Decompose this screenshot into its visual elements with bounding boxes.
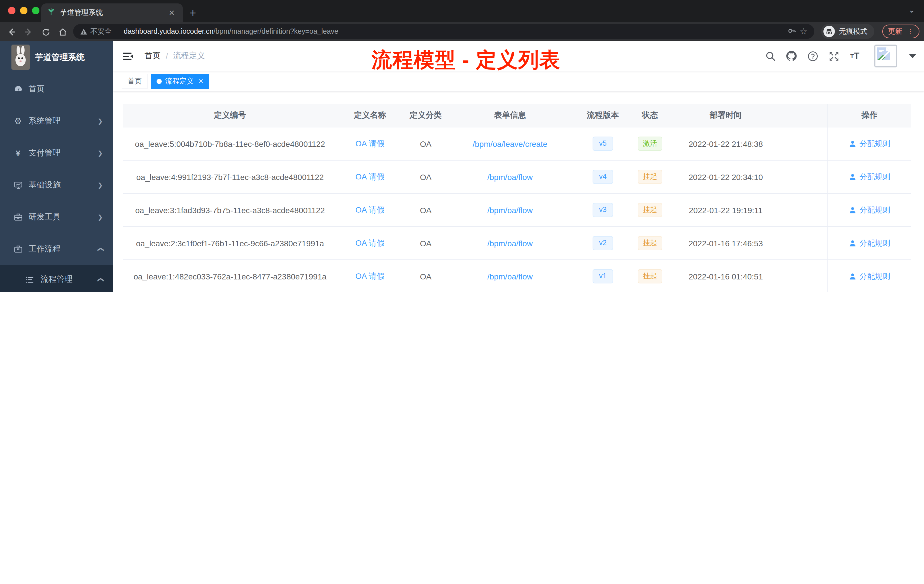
minimize-window-button[interactable] (20, 7, 27, 14)
cell-definition-id: oa_leave:4:991f2193-7b7f-11ec-a3c8-acde4… (123, 160, 337, 193)
chevron-down-icon: ❯ (98, 181, 103, 189)
reload-icon[interactable] (39, 26, 53, 36)
version-tag: v4 (593, 170, 613, 184)
form-link[interactable]: /bpm/oa/flow (487, 272, 533, 281)
header-definition-category: 定义分类 (403, 104, 449, 127)
header-process-version: 流程版本 (571, 104, 634, 127)
version-tag: v2 (593, 236, 613, 250)
table-row: oa_leave:5:004b710b-7b8a-11ec-8ef0-acde4… (123, 127, 911, 160)
assign-rule-button[interactable]: 分配规则 (848, 205, 890, 215)
cell-category: OA (403, 260, 449, 292)
sidebar-item-devtools[interactable]: 研发工具 ❯ (0, 201, 113, 233)
form-link[interactable]: /bpm/oa/flow (487, 239, 533, 248)
cell-deploy-time: 2022-01-22 19:19:11 (666, 194, 786, 226)
list-icon (25, 275, 35, 284)
github-icon[interactable] (785, 50, 798, 62)
browser-toolbar: 不安全 dashboard.yudao.iocoder.cn/bpm/manag… (0, 22, 924, 41)
chevron-up-icon: ❯ (97, 247, 104, 252)
assign-rule-label: 分配规则 (860, 139, 890, 149)
definition-name-link[interactable]: OA 请假 (355, 139, 385, 149)
forward-icon[interactable] (22, 26, 35, 36)
tag-close-icon[interactable]: ✕ (197, 78, 203, 85)
assign-rule-button[interactable]: 分配规则 (848, 139, 890, 149)
definition-name-link[interactable]: OA 请假 (355, 172, 385, 182)
sidebar-item-payment[interactable]: ¥ 支付管理 ❯ (0, 137, 113, 169)
table-row: oa_leave:2:3c1f0ef1-76b1-11ec-9c66-a2380… (123, 227, 911, 260)
cell-definition-id: oa_leave:1:482ec033-762a-11ec-8477-a2380… (123, 260, 337, 292)
cell-category: OA (403, 227, 449, 259)
sprout-favicon-icon (47, 7, 55, 18)
form-link[interactable]: /bpm/oa/leave/create (473, 139, 548, 148)
header-definition-id: 定义编号 (123, 104, 337, 127)
assign-rule-button[interactable]: 分配规则 (848, 271, 890, 281)
form-link[interactable]: /bpm/oa/flow (487, 172, 533, 181)
navbar-actions: TT (764, 45, 916, 68)
user-icon (848, 173, 856, 181)
user-icon (848, 239, 856, 247)
definition-name-link[interactable]: OA 请假 (355, 271, 385, 281)
user-icon (848, 272, 856, 280)
divider (117, 27, 118, 35)
chevron-down-icon: ❯ (98, 117, 103, 125)
tab-close-icon[interactable]: ✕ (166, 8, 177, 17)
assign-rule-label: 分配规则 (860, 271, 890, 281)
back-icon[interactable] (5, 26, 18, 36)
new-tab-button[interactable]: + (190, 7, 196, 22)
table-row: oa_leave:3:1fad3d93-7b75-11ec-a3c8-acde4… (123, 194, 911, 227)
traffic-lights[interactable] (8, 7, 40, 14)
font-size-icon[interactable]: TT (848, 50, 861, 62)
browser-update-button[interactable]: 更新 ⋮ (882, 25, 919, 38)
url-text[interactable]: dashboard.yudao.iocoder.cn/bpm/manager/d… (124, 27, 338, 35)
home-icon[interactable] (56, 26, 70, 36)
update-label: 更新 (888, 26, 902, 36)
sidebar-item-system[interactable]: ⚙ 系统管理 ❯ (0, 105, 113, 137)
definition-name-link[interactable]: OA 请假 (355, 238, 385, 248)
cell-definition-id: oa_leave:3:1fad3d93-7b75-11ec-a3c8-acde4… (123, 194, 337, 226)
user-avatar[interactable] (874, 45, 897, 68)
cell-definition-id: oa_leave:5:004b710b-7b8a-11ec-8ef0-acde4… (123, 127, 337, 160)
assign-rule-label: 分配规则 (860, 172, 890, 182)
close-window-button[interactable] (8, 7, 15, 14)
status-tag: 挂起 (638, 236, 662, 250)
password-key-icon[interactable] (787, 26, 796, 37)
user-icon (848, 140, 856, 148)
sidebar-collapse-icon[interactable] (123, 51, 133, 61)
url-bar[interactable]: 不安全 dashboard.yudao.iocoder.cn/bpm/manag… (73, 24, 814, 39)
browser-tab-strip: 芋道管理系统 ✕ + ⌄ (0, 0, 924, 22)
sidebar-item-home[interactable]: 首页 (0, 73, 113, 105)
tag-process-definition[interactable]: 流程定义 ✕ (151, 73, 209, 89)
monitor-icon (13, 180, 23, 190)
security-chip[interactable]: 不安全 (80, 26, 112, 36)
tag-home[interactable]: 首页 (122, 73, 147, 89)
zoom-window-button[interactable] (32, 7, 40, 14)
user-icon (848, 206, 856, 214)
definition-table: 定义编号 定义名称 定义分类 表单信息 流程版本 状态 部署时间 操作 oa_l… (123, 104, 911, 292)
search-icon[interactable] (764, 50, 777, 62)
header-definition-name: 定义名称 (337, 104, 403, 127)
header-status: 状态 (634, 104, 666, 127)
status-tag: 挂起 (638, 170, 662, 184)
assign-rule-button[interactable]: 分配规则 (848, 238, 890, 248)
assign-rule-button[interactable]: 分配规则 (848, 172, 890, 182)
sidebar-item-workflow[interactable]: 工作流程 ❯ (0, 233, 113, 265)
fullscreen-icon[interactable] (827, 50, 840, 62)
cell-category: OA (403, 160, 449, 193)
sidebar-item-process-management[interactable]: 流程管理 ❯ (0, 265, 113, 292)
workflow-submenu: 流程管理 ❯ 流程表单 用户分组 (0, 265, 113, 292)
bookmark-star-icon[interactable]: ☆ (800, 26, 807, 36)
form-link[interactable]: /bpm/oa/flow (487, 205, 533, 214)
browser-menu-icon[interactable]: ⋮ (907, 27, 914, 35)
definition-name-link[interactable]: OA 请假 (355, 205, 385, 215)
sidebar-item-infra[interactable]: 基础设施 ❯ (0, 169, 113, 201)
toolbox-icon (13, 212, 23, 222)
cell-deploy-time: 2022-01-16 17:46:53 (666, 227, 786, 259)
browser-tab[interactable]: 芋道管理系统 ✕ (41, 3, 183, 22)
version-tag: v3 (593, 203, 613, 217)
sidebar-logo[interactable]: 芋道管理系统 (0, 41, 113, 73)
tab-search-chevron-icon[interactable]: ⌄ (909, 6, 915, 14)
header-form-info: 表单信息 (449, 104, 571, 127)
logo-avatar (12, 45, 30, 70)
help-icon[interactable] (806, 50, 819, 62)
avatar-dropdown-caret-icon[interactable] (909, 54, 916, 58)
breadcrumb-home[interactable]: 首页 (145, 51, 160, 61)
